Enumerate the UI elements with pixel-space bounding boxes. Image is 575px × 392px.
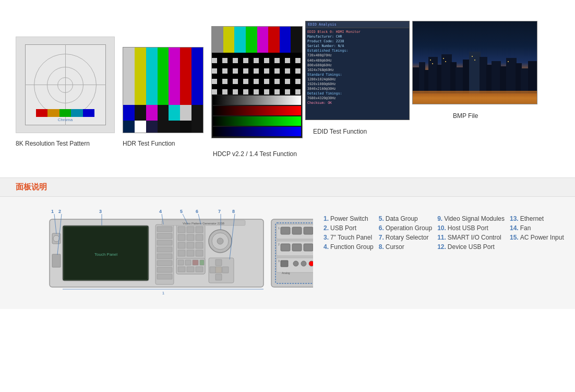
svg-text:1: 1 xyxy=(278,227,280,230)
svg-text:3: 3 xyxy=(278,259,280,263)
svg-rect-57 xyxy=(193,260,198,265)
svg-text:8: 8 xyxy=(232,209,235,214)
svg-rect-94 xyxy=(281,227,290,234)
svg-rect-45 xyxy=(178,234,185,241)
svg-rect-34 xyxy=(157,233,172,239)
caption-8k: 8K Resolution Test Pattern xyxy=(16,140,90,147)
top-section: Chroma 8K Resolution Test Pattern xyxy=(0,0,575,177)
svg-rect-56 xyxy=(185,260,191,265)
svg-point-104 xyxy=(293,261,298,266)
svg-rect-60 xyxy=(187,267,194,272)
svg-rect-42 xyxy=(178,227,185,233)
svg-text:Touch Panel: Touch Panel xyxy=(94,252,117,257)
caption-edid: EDID Test Function xyxy=(313,128,367,135)
legend-item-13: 13.Ethernet xyxy=(510,215,564,222)
svg-text:Analog: Analog xyxy=(282,271,290,275)
svg-rect-55 xyxy=(178,260,184,265)
svg-point-64 xyxy=(217,238,223,244)
svg-rect-53 xyxy=(196,250,203,256)
svg-rect-47 xyxy=(196,234,203,241)
svg-rect-24 xyxy=(508,61,509,62)
svg-rect-51 xyxy=(178,250,185,256)
svg-rect-50 xyxy=(196,242,203,248)
svg-point-105 xyxy=(301,261,306,266)
svg-rect-37 xyxy=(157,254,172,259)
legend-item-14: 14.Fan xyxy=(510,224,564,232)
svg-rect-10 xyxy=(480,57,487,93)
legend-item-12: 12.Device USB Port xyxy=(437,243,505,251)
legend-item-8: 8.Cursor xyxy=(379,243,432,251)
svg-text:2: 2 xyxy=(58,209,61,214)
svg-rect-3 xyxy=(428,57,438,93)
svg-rect-16 xyxy=(521,68,529,93)
svg-rect-44 xyxy=(196,227,203,233)
svg-rect-70 xyxy=(215,274,222,280)
svg-rect-67 xyxy=(210,267,216,273)
svg-rect-21 xyxy=(445,61,446,62)
bottom-section: Touch Panel xyxy=(0,197,575,309)
svg-rect-35 xyxy=(157,240,172,245)
svg-rect-13 xyxy=(500,66,507,93)
svg-rect-40 xyxy=(157,274,172,279)
bmp-test-image xyxy=(412,21,537,104)
svg-rect-20 xyxy=(443,58,444,59)
svg-rect-48 xyxy=(178,242,185,248)
svg-rect-38 xyxy=(157,260,172,266)
legend-item-4: 4.Function Group xyxy=(324,243,374,251)
svg-point-106 xyxy=(309,261,313,266)
caption-hdcp: HDCP v2.2 / 1.4 Test Function xyxy=(213,150,297,158)
svg-rect-18 xyxy=(430,60,431,61)
svg-rect-58 xyxy=(200,260,204,265)
svg-rect-52 xyxy=(187,250,194,256)
svg-rect-68 xyxy=(215,267,222,273)
svg-text:3: 3 xyxy=(99,209,102,214)
caption-hdr: HDR Test Function xyxy=(123,140,175,147)
svg-rect-99 xyxy=(281,244,290,251)
hdcp-test-image xyxy=(211,26,303,138)
svg-rect-14 xyxy=(506,58,517,93)
svg-rect-9 xyxy=(469,52,481,93)
svg-rect-39 xyxy=(157,267,172,272)
svg-rect-36 xyxy=(157,247,172,252)
svg-rect-23 xyxy=(474,60,475,61)
legend-item-7: 7.Rotary Selector xyxy=(379,234,432,241)
legend-item-6: 6.Operation Group xyxy=(379,224,432,232)
svg-rect-22 xyxy=(472,56,473,57)
legend-item-10: 10.Host USB Port xyxy=(437,224,505,232)
svg-text:1: 1 xyxy=(51,209,54,214)
legend-item-2: 2.USB Port xyxy=(324,224,374,232)
svg-text:1: 1 xyxy=(162,291,165,295)
svg-rect-8 xyxy=(463,60,470,93)
svg-rect-19 xyxy=(432,63,433,64)
svg-rect-96 xyxy=(304,227,313,234)
edid-test-image: EDID Analysis EDID Block 0: HDMI Monitor… xyxy=(305,21,410,120)
svg-rect-12 xyxy=(492,61,501,93)
svg-rect-7 xyxy=(456,67,464,93)
legend-item-9: 9.Video Signal Modules xyxy=(437,215,505,222)
svg-rect-49 xyxy=(187,242,194,248)
legend-item-15: 15.AC Power Input xyxy=(510,234,564,241)
svg-rect-100 xyxy=(292,244,302,251)
svg-rect-103 xyxy=(281,260,288,267)
legend-item-1: 1.Power Switch xyxy=(324,215,374,222)
svg-text:Video Pattern Generator 2238: Video Pattern Generator 2238 xyxy=(183,222,225,225)
hdr-test-image xyxy=(123,47,203,133)
svg-text:7: 7 xyxy=(218,209,221,214)
legend-item-5: 5.Data Group xyxy=(379,215,432,222)
svg-rect-17 xyxy=(528,61,537,93)
svg-text:6: 6 xyxy=(196,209,198,214)
svg-rect-69 xyxy=(222,267,229,273)
image-container: Chroma 8K Resolution Test Pattern xyxy=(16,10,559,167)
svg-rect-66 xyxy=(215,259,222,266)
legend-item-3: 3.7" Touch Panel xyxy=(324,234,374,241)
svg-rect-46 xyxy=(187,234,194,241)
panel-diagram-area: Touch Panel xyxy=(16,205,313,299)
svg-point-30 xyxy=(53,235,59,242)
caption-bmp: BMP File xyxy=(453,112,478,120)
8k-test-image: Chroma xyxy=(16,37,115,133)
svg-text:5: 5 xyxy=(180,209,183,214)
svg-rect-95 xyxy=(292,227,302,234)
legend-area: 1.Power Switch 5.Data Group 9.Video Sign… xyxy=(324,205,564,251)
legend-item-11: 11.SMART I/O Control xyxy=(437,234,505,241)
svg-rect-59 xyxy=(178,267,185,272)
